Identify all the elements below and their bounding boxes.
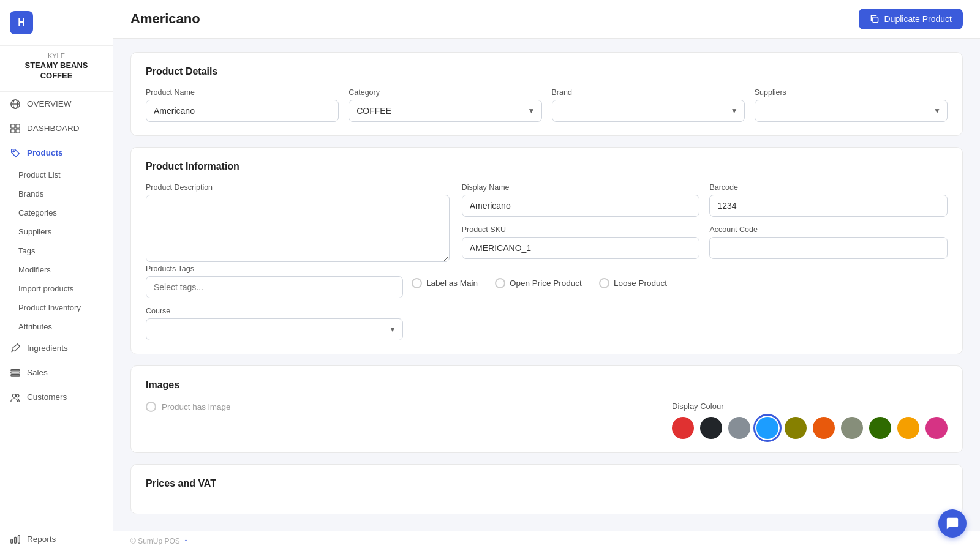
- sidebar-item-overview[interactable]: OVERVIEW: [0, 92, 113, 116]
- footer: © SumUp POS ↑: [113, 531, 980, 551]
- sidebar-item-customers-label: Customers: [27, 392, 67, 402]
- sidebar: H KYLE STEAMY BEANS COFFEE OVERVIEW DASH…: [0, 0, 113, 551]
- footer-arrow-icon: ↑: [184, 536, 188, 546]
- product-name-group: Product Name: [146, 88, 339, 122]
- label-as-main-option[interactable]: Label as Main: [412, 278, 478, 288]
- svg-point-7: [13, 151, 15, 152]
- description-label: Product Description: [146, 183, 450, 192]
- colour-dot-olive[interactable]: [785, 417, 807, 439]
- sidebar-item-brands[interactable]: Brands: [0, 184, 113, 203]
- course-select[interactable]: [146, 318, 403, 340]
- suppliers-label: Suppliers: [755, 88, 948, 97]
- sidebar-item-reports-label: Reports: [27, 534, 56, 544]
- label-as-main-radio[interactable]: [412, 278, 422, 288]
- display-colour-label: Display Colour: [672, 402, 948, 411]
- sidebar-item-overview-label: OVERVIEW: [27, 99, 72, 108]
- product-name-input[interactable]: [146, 100, 339, 122]
- sidebar-company: STEAMY BEANS COFFEE: [10, 61, 103, 81]
- sidebar-item-products[interactable]: Products: [0, 141, 113, 165]
- image-radio-button[interactable]: [146, 402, 156, 412]
- colour-dot-pink[interactable]: [925, 417, 948, 439]
- sku-input[interactable]: [462, 237, 700, 259]
- loose-product-text: Loose Product: [614, 279, 667, 288]
- loose-product-option[interactable]: Loose Product: [599, 278, 667, 288]
- suppliers-select[interactable]: [755, 100, 948, 122]
- colour-dot-yellow[interactable]: [897, 417, 919, 439]
- images-layout: Product has image Display Colour: [146, 402, 948, 439]
- app-logo: H: [10, 11, 33, 34]
- open-price-option[interactable]: Open Price Product: [495, 278, 582, 288]
- image-upload-area[interactable]: Product has image: [146, 402, 231, 412]
- svg-rect-11: [11, 374, 20, 375]
- page-title: Americano: [130, 11, 200, 27]
- barcode-input[interactable]: [709, 195, 948, 217]
- sidebar-item-ingredients-label: Ingredients: [27, 343, 68, 353]
- sidebar-item-sales[interactable]: Sales: [0, 361, 113, 385]
- open-price-radio[interactable]: [495, 278, 505, 288]
- display-name-input[interactable]: [462, 195, 700, 217]
- account-code-input[interactable]: [709, 237, 948, 259]
- category-select[interactable]: COFFEE: [349, 100, 541, 122]
- svg-rect-14: [11, 539, 13, 543]
- sidebar-item-reports[interactable]: Reports: [0, 527, 113, 551]
- svg-point-12: [13, 394, 16, 397]
- sidebar-item-tags[interactable]: Tags: [0, 241, 113, 260]
- globe-icon: [10, 99, 21, 110]
- tags-input[interactable]: [146, 276, 403, 298]
- sidebar-logo-area: H: [0, 0, 113, 46]
- colour-dot-orange-dark[interactable]: [813, 417, 835, 439]
- sidebar-item-import-products[interactable]: Import products: [0, 279, 113, 298]
- sidebar-item-product-list[interactable]: Product List: [0, 165, 113, 184]
- sidebar-item-categories[interactable]: Categories: [0, 203, 113, 222]
- sidebar-item-modifiers[interactable]: Modifiers: [0, 260, 113, 279]
- description-textarea[interactable]: [146, 195, 450, 262]
- info-right: Display Name Barcode Product SKU: [462, 183, 948, 262]
- svg-rect-17: [873, 17, 878, 23]
- sidebar-item-dashboard[interactable]: DASHBOARD: [0, 116, 113, 141]
- suppliers-group: Suppliers ▼: [755, 88, 948, 122]
- colour-dots: [672, 417, 948, 439]
- svg-rect-6: [16, 129, 20, 133]
- barcode-label: Barcode: [709, 183, 948, 192]
- topbar: Americano Duplicate Product: [113, 0, 980, 39]
- product-details-form-row: Product Name Category COFFEE ▼ Brand: [146, 88, 948, 122]
- svg-rect-15: [15, 537, 17, 543]
- tags-group: Products Tags: [146, 264, 403, 298]
- open-price-text: Open Price Product: [510, 279, 582, 288]
- category-select-wrapper: COFFEE ▼: [349, 100, 541, 122]
- colour-dot-gray[interactable]: [728, 417, 750, 439]
- brand-select-wrapper: ▼: [552, 100, 745, 122]
- sidebar-user: KYLE STEAMY BEANS COFFEE: [0, 46, 113, 92]
- course-label: Course: [146, 307, 403, 315]
- product-information-title: Product Information: [146, 161, 948, 172]
- chart-icon: [10, 533, 21, 544]
- svg-rect-4: [16, 124, 20, 128]
- colour-dot-black[interactable]: [700, 417, 722, 439]
- barcode-group: Barcode: [709, 183, 948, 217]
- sidebar-item-suppliers[interactable]: Suppliers: [0, 222, 113, 241]
- account-code-label: Account Code: [709, 225, 948, 234]
- brand-select[interactable]: [552, 100, 745, 122]
- svg-rect-16: [18, 536, 20, 544]
- footer-text: © SumUp POS: [130, 537, 180, 545]
- sidebar-item-customers[interactable]: Customers: [0, 385, 113, 410]
- sidebar-item-attributes[interactable]: Attributes: [0, 317, 113, 336]
- product-name-label: Product Name: [146, 88, 339, 97]
- colour-dot-red[interactable]: [672, 417, 694, 439]
- chat-button[interactable]: [938, 509, 967, 538]
- duplicate-product-button[interactable]: Duplicate Product: [859, 9, 963, 29]
- svg-rect-10: [11, 372, 20, 373]
- sidebar-item-product-inventory[interactable]: Product Inventory: [0, 298, 113, 317]
- sidebar-item-ingredients[interactable]: Ingredients: [0, 336, 113, 361]
- info-left: Product Description: [146, 183, 450, 262]
- product-details-card: Product Details Product Name Category CO…: [130, 52, 963, 136]
- main-content-area: Americano Duplicate Product Product Deta…: [113, 0, 980, 551]
- colour-dot-blue[interactable]: [756, 417, 778, 439]
- sidebar-item-products-label: Products: [27, 148, 63, 157]
- sidebar-sub-nav-products: Product List Brands Categories Suppliers…: [0, 165, 113, 336]
- pipette-icon: [10, 343, 21, 354]
- label-as-main-text: Label as Main: [426, 279, 478, 288]
- colour-dot-sage[interactable]: [841, 417, 863, 439]
- colour-dot-dark-green[interactable]: [869, 417, 891, 439]
- loose-product-radio[interactable]: [599, 278, 609, 288]
